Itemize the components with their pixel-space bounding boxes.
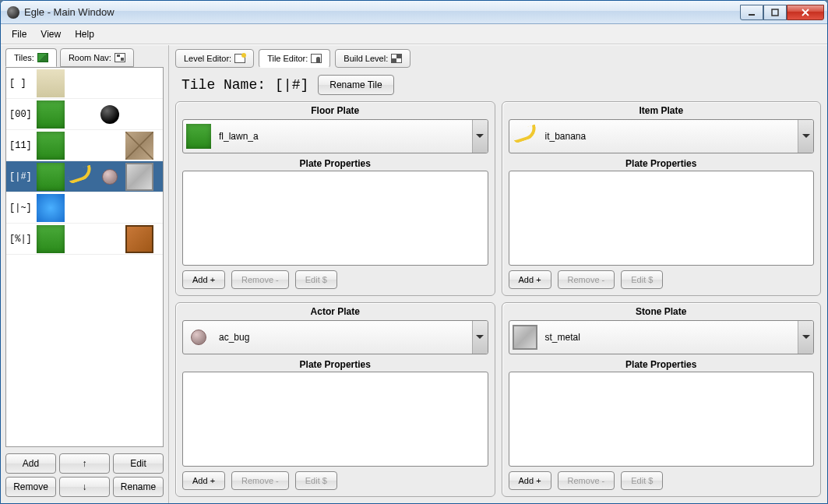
plates-grid: Floor Plate fl_lawn_a Plate Properties A… [175,101,821,497]
prop-edit-button[interactable]: Edit $ [621,471,663,490]
sidebar: Tiles: Room Nav: [ ] [00] [1,45,169,503]
prop-remove-button[interactable]: Remove - [558,270,615,289]
tile-code: [%|] [6,234,36,245]
props-title: Plate Properties [182,354,488,372]
stone-swatch [125,225,153,253]
prop-edit-button[interactable]: Edit $ [295,270,337,289]
prop-add-button[interactable]: Add + [182,471,225,490]
tile-row[interactable]: [%|] [6,224,163,255]
actor-select[interactable]: ac_bug [182,320,488,354]
tab-build-level[interactable]: Build Level: [335,49,410,68]
rename-tile-button[interactable]: Rename Tile [318,75,393,95]
tab-tile-editor[interactable]: Tile Editor: [259,49,330,68]
floor-swatch [37,194,65,222]
props-title: Plate Properties [509,153,815,171]
stone-select[interactable]: st_metal [509,320,815,354]
menu-file[interactable]: File [5,26,33,42]
move-down-button[interactable]: ↓ [59,477,110,497]
tile-code: [00] [6,109,36,120]
tile-code: [11] [6,140,36,151]
ball-icon [100,105,119,124]
prop-remove-button[interactable]: Remove - [231,270,289,289]
plate-title: Floor Plate [182,104,488,119]
titlebar[interactable]: Egle - Main Window [1,1,827,24]
prop-remove-button[interactable]: Remove - [558,471,615,490]
banana-swatch-icon [513,124,537,149]
tab-tiles[interactable]: Tiles: [5,48,57,67]
main-window: Egle - Main Window File View Help Tiles:… [0,0,828,504]
menu-help[interactable]: Help [69,26,100,42]
prop-edit-button[interactable]: Edit $ [295,471,337,490]
remove-button[interactable]: Remove [5,477,56,497]
stone-swatch [125,132,153,160]
props-list[interactable] [509,372,815,467]
stone-plate: Stone Plate st_metal Plate Properties Ad… [502,302,822,497]
close-button[interactable] [787,5,824,20]
select-value: st_metal [545,332,580,343]
dropdown-arrow-icon [798,321,813,354]
prop-remove-button[interactable]: Remove - [231,471,289,490]
floor-plate: Floor Plate fl_lawn_a Plate Properties A… [175,101,495,296]
prop-add-button[interactable]: Add + [182,270,225,289]
move-up-button[interactable]: ↑ [59,453,110,474]
rename-button[interactable]: Rename [113,477,164,497]
floor-swatch [37,100,65,129]
tile-row[interactable]: [ ] [6,68,163,99]
editor-tabs: Level Editor: Tile Editor: Build Level: [175,48,821,69]
tile-list[interactable]: [ ] [00] [11] [5,67,164,447]
tile-row[interactable]: [11] [6,130,163,161]
main-panel: Level Editor: Tile Editor: Build Level: … [169,45,827,503]
bug-icon [102,169,118,185]
metal-swatch-icon [513,325,537,350]
tile-code: [|~] [6,203,36,213]
dropdown-arrow-icon [798,120,813,153]
plate-buttons: Add + Remove - Edit $ [509,471,815,490]
dropdown-arrow-icon [472,120,488,153]
tab-level-editor[interactable]: Level Editor: [175,49,254,68]
select-value: it_banana [545,131,587,142]
maximize-button[interactable] [763,5,787,20]
item-plate: Item Plate it_banana Plate Properties Ad… [502,101,822,296]
props-title: Plate Properties [182,153,488,171]
menu-view[interactable]: View [34,26,67,42]
floor-swatch [37,132,65,160]
tile-editor-icon [311,54,322,63]
tile-code: [ ] [6,78,36,89]
item-select[interactable]: it_banana [509,119,815,153]
add-button[interactable]: Add [5,453,56,474]
app-icon [7,6,19,19]
prop-add-button[interactable]: Add + [509,471,551,490]
prop-add-button[interactable]: Add + [509,270,551,289]
floor-select[interactable]: fl_lawn_a [182,119,488,153]
tile-row-selected[interactable]: [|#] [6,161,163,192]
bug-swatch-icon [186,325,211,350]
banana-icon [69,170,91,184]
edit-button[interactable]: Edit [113,453,164,474]
tiles-icon [37,53,48,62]
sidebar-buttons: Add ↑ Edit Remove ↓ Rename [1,450,168,503]
props-list[interactable] [182,372,488,467]
minimize-button[interactable] [740,5,763,20]
floor-swatch [37,69,65,97]
plate-title: Item Plate [509,104,815,119]
tab-room-nav[interactable]: Room Nav: [60,48,134,67]
tile-row[interactable]: [|~] [6,192,163,224]
window-title: Egle - Main Window [24,6,740,18]
stone-swatch [125,163,153,191]
window-controls [740,5,824,20]
prop-edit-button[interactable]: Edit $ [621,270,663,289]
dropdown-arrow-icon [472,321,488,354]
tile-code: [|#] [6,171,36,182]
plate-buttons: Add + Remove - Edit $ [509,270,815,289]
props-list[interactable] [509,171,815,266]
tile-name-row: Tile Name: [|#] Rename Tile [175,72,821,98]
actor-plate: Actor Plate ac_bug Plate Properties Add … [175,302,495,497]
props-title: Plate Properties [509,354,815,372]
tile-row[interactable]: [00] [6,99,163,130]
plate-buttons: Add + Remove - Edit $ [182,471,488,490]
props-list[interactable] [182,171,488,266]
grass-swatch-icon [186,124,211,149]
content-area: Tiles: Room Nav: [ ] [00] [1,44,827,503]
menubar: File View Help [1,24,827,44]
floor-swatch [37,163,65,191]
